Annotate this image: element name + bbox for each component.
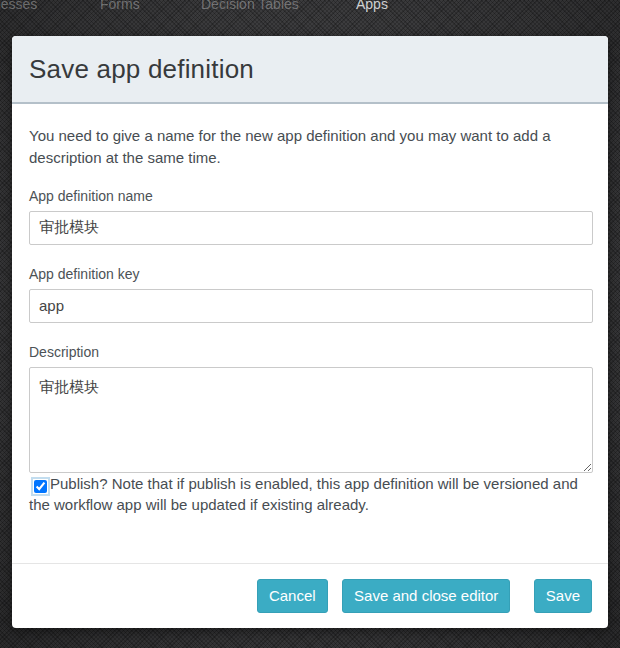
nav-item-decision-tables[interactable]: Decision Tables (201, 0, 299, 12)
app-definition-name-group: App definition name (29, 188, 593, 245)
cancel-button[interactable]: Cancel (257, 579, 328, 613)
app-definition-key-group: App definition key (29, 266, 593, 323)
nav-item-processes[interactable]: Processes (0, 0, 37, 12)
app-definition-key-label: App definition key (29, 266, 593, 282)
dialog-body: You need to give a name for the new app … (12, 104, 608, 563)
publish-checkbox[interactable] (34, 480, 47, 493)
save-app-definition-dialog: Save app definition You need to give a n… (12, 36, 608, 628)
publish-option[interactable]: Publish? Note that if publish is enabled… (29, 475, 578, 514)
dialog-header: Save app definition (12, 36, 608, 104)
save-and-close-editor-button[interactable]: Save and close editor (342, 579, 510, 613)
app-definition-name-input[interactable] (29, 211, 593, 245)
description-label: Description (29, 344, 593, 360)
nav-item-forms[interactable]: Forms (100, 0, 140, 12)
save-button[interactable]: Save (534, 579, 592, 613)
app-definition-key-input[interactable] (29, 289, 593, 323)
intro-text: You need to give a name for the new app … (29, 125, 593, 169)
publish-label: Publish? Note that if publish is enabled… (29, 475, 578, 514)
dimmed-navbar: Processes Forms Decision Tables Apps (0, 0, 620, 18)
nav-item-apps[interactable]: Apps (356, 0, 388, 12)
dialog-title: Save app definition (29, 54, 254, 85)
description-textarea[interactable]: 审批模块 (29, 367, 593, 473)
dialog-footer: Cancel Save and close editor Save (12, 563, 608, 628)
description-group: Description 审批模块 (29, 344, 593, 473)
app-definition-name-label: App definition name (29, 188, 593, 204)
